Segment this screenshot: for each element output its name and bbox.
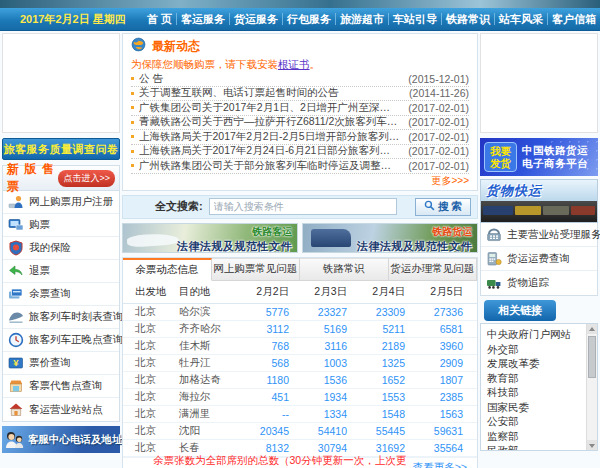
sidebar-item[interactable]: 网上购票用户注册 <box>3 191 119 214</box>
table-cell[interactable]: 2909 <box>419 357 477 369</box>
sidebar-item[interactable]: 主要营业站受理服务电话 <box>481 223 597 247</box>
table-cell[interactable]: 23327 <box>303 306 361 318</box>
news-item[interactable]: 公 告(2015-12-01) <box>131 72 469 87</box>
nav-item[interactable]: 旅游超市 <box>336 12 388 27</box>
table-cell[interactable]: 20345 <box>245 425 303 437</box>
table-cell[interactable]: 3116 <box>303 340 361 352</box>
table-cell[interactable]: 5169 <box>303 323 361 335</box>
survey-button[interactable]: 旅客服务质量调查问卷 <box>2 138 120 160</box>
table-cell[interactable]: 1563 <box>419 408 477 420</box>
news-item[interactable]: 上海铁路局关于2017年2月24日-6月21日部分旅客列车临时停运的公告(201… <box>131 145 469 160</box>
table-cell[interactable]: 1652 <box>361 374 419 386</box>
links-scrollbar[interactable] <box>586 324 597 450</box>
sidebar-item[interactable]: 客运营业站站点 <box>3 398 119 421</box>
news-item[interactable]: 广州铁路集团公司关于部分旅客列车临时停运及调整等事项的公告(2017-02-01… <box>131 159 469 174</box>
sidebar-item[interactable]: 退票 <box>3 260 119 283</box>
nav-item[interactable]: 行包服务 <box>283 12 335 27</box>
tab-remaining-tickets[interactable]: 余票动态信息 <box>123 258 212 281</box>
news-item-title[interactable]: 广铁集团公司关于2017年2月1日、2日增开广州至深圳间部分旅客列车的... <box>139 101 400 115</box>
table-cell[interactable]: 1536 <box>303 374 361 386</box>
scrollbar-up-icon[interactable] <box>587 324 597 334</box>
related-link[interactable]: 民政部 <box>487 443 583 450</box>
table-cell[interactable]: 27336 <box>419 306 477 318</box>
sidebar-item[interactable]: 我的保险 <box>3 237 119 260</box>
news-item[interactable]: 关于调整互联网、电话订票起售时间的公告(2014-11-26) <box>131 87 469 102</box>
related-link[interactable]: 外交部 <box>487 342 583 357</box>
table-cell[interactable]: 568 <box>245 357 303 369</box>
table-cell[interactable]: 451 <box>245 391 303 403</box>
search-input[interactable] <box>209 198 397 215</box>
table-cell[interactable]: 1548 <box>361 408 419 420</box>
news-more-link[interactable]: 更多>>> <box>131 174 469 188</box>
table-cell[interactable]: 5776 <box>245 306 303 318</box>
root-cert-link[interactable]: 根证书 <box>278 58 310 70</box>
enter-now-button[interactable]: 点击进入>> <box>58 170 115 187</box>
news-item-title[interactable]: 上海铁路局关于2017年2月2日-2月5日增开部分旅客列车的公告 <box>139 130 400 144</box>
table-cell[interactable]: 55445 <box>361 425 419 437</box>
news-item[interactable]: 青藏铁路公司关于西宁—拉萨开行Z6811/2次旅客列车的公告(2017-02-0… <box>131 116 469 131</box>
tab-item-1[interactable]: 网上购票常见问题 <box>212 258 301 281</box>
news-item[interactable]: 广铁集团公司关于2017年2月1日、2日增开广州至深圳间部分旅客列车的...(2… <box>131 101 469 116</box>
sidebar-item[interactable]: 余票查询 <box>3 283 119 306</box>
table-cell[interactable]: 3112 <box>245 323 303 335</box>
table-cell[interactable]: 1807 <box>419 374 477 386</box>
table-cell[interactable]: 54410 <box>303 425 361 437</box>
news-item-title[interactable]: 广州铁路集团公司关于部分旅客列车临时停运及调整等事项的公告 <box>139 159 400 173</box>
sidebar-item[interactable]: ¥票价查询 <box>3 352 119 375</box>
sidebar-item[interactable]: 货物追踪 <box>481 271 597 295</box>
sidebar-item[interactable]: 货运运费查询 <box>481 247 597 271</box>
news-item-title[interactable]: 公 告 <box>139 72 400 86</box>
table-cell[interactable]: 1553 <box>361 391 419 403</box>
related-link[interactable]: 国家民委 <box>487 400 583 415</box>
table-cell[interactable]: 6581 <box>419 323 477 335</box>
table-cell[interactable]: 2385 <box>419 391 477 403</box>
table-cell[interactable]: 23309 <box>361 306 419 318</box>
shipping-ecommerce-banner[interactable]: 我要发货 中国铁路货运电子商务平台 <box>480 138 598 176</box>
view-more-link[interactable]: 查看更多>> <box>413 461 467 468</box>
news-item-title[interactable]: 关于调整互联网、电话订票起售时间的公告 <box>139 86 401 100</box>
nav-item[interactable]: 客户信箱 <box>548 12 600 27</box>
table-cell[interactable]: 2189 <box>361 340 419 352</box>
news-item[interactable]: 上海铁路局关于2017年2月2日-2月5日增开部分旅客列车的公告(2017-02… <box>131 130 469 145</box>
table-cell[interactable]: 768 <box>245 340 303 352</box>
table-cell[interactable]: 1180 <box>245 374 303 386</box>
table-cell[interactable]: 1934 <box>303 391 361 403</box>
table-cell[interactable]: 35564 <box>419 442 477 454</box>
service-center-banner[interactable]: 客服中心电话及地址 <box>2 426 120 453</box>
nav-item[interactable]: 客运服务 <box>177 12 229 27</box>
scrollbar-thumb[interactable] <box>588 336 596 378</box>
sidebar-item[interactable]: 购票 <box>3 214 119 237</box>
nav-item[interactable]: 首 页 <box>143 12 176 27</box>
table-cell[interactable]: 5211 <box>361 323 419 335</box>
nav-item[interactable]: 货运服务 <box>230 12 282 27</box>
related-link[interactable]: 中央政府门户网站 <box>487 327 583 342</box>
nav-item[interactable]: 站车风采 <box>495 12 547 27</box>
table-cell[interactable]: 31692 <box>361 442 419 454</box>
related-link[interactable]: 发展改革委 <box>487 356 583 371</box>
news-item-title[interactable]: 上海铁路局关于2017年2月24日-6月21日部分旅客列车临时停运的公告 <box>139 144 400 158</box>
table-cell[interactable]: 3960 <box>419 340 477 352</box>
table-cell[interactable]: 8132 <box>245 442 303 454</box>
table-cell[interactable]: 1334 <box>303 408 361 420</box>
table-cell[interactable]: 30794 <box>303 442 361 454</box>
related-link[interactable]: 监察部 <box>487 429 583 444</box>
freight-regulations-banner[interactable]: 铁路货运法律法规及规范性文件 <box>302 223 478 253</box>
nav-item[interactable]: 铁路常识 <box>442 12 494 27</box>
tab-item-3[interactable]: 货运办理常见问题 <box>389 258 478 281</box>
tab-item-2[interactable]: 铁路常识 <box>300 258 389 281</box>
table-cell[interactable]: 1003 <box>303 357 361 369</box>
news-item-title[interactable]: 青藏铁路公司关于西宁—拉萨开行Z6811/2次旅客列车的公告 <box>139 115 400 129</box>
sidebar-item[interactable]: 旅客列车正晚点查询 <box>3 329 119 352</box>
search-button[interactable]: 搜 索 <box>415 198 471 216</box>
scrollbar-down-icon[interactable] <box>587 440 597 450</box>
sidebar-item[interactable]: 旅客列车时刻表查询 <box>3 306 119 329</box>
related-link[interactable]: 教育部 <box>487 371 583 386</box>
passenger-regulations-banner[interactable]: 铁路客运法律法规及规范性文件 <box>122 223 298 253</box>
related-link[interactable]: 科技部 <box>487 385 583 400</box>
table-cell[interactable]: 59631 <box>419 425 477 437</box>
sidebar-item[interactable]: 客票代售点查询 <box>3 375 119 398</box>
related-link[interactable]: 公安部 <box>487 414 583 429</box>
nav-item[interactable]: 车站引导 <box>389 12 441 27</box>
table-cell[interactable]: 1325 <box>361 357 419 369</box>
want-to-ship-button[interactable]: 我要发货 <box>484 142 517 172</box>
